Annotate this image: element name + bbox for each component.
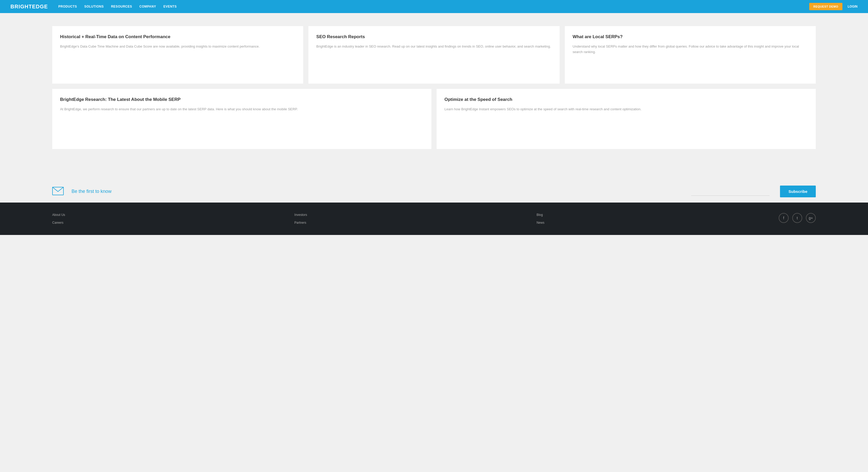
request-demo-button[interactable]: REQUEST DEMO <box>809 3 842 10</box>
facebook-icon[interactable]: f <box>779 213 788 223</box>
nav-events[interactable]: EVENTS <box>163 5 177 8</box>
top-cards-row: Historical + Real-Time Data on Content P… <box>52 26 816 84</box>
footer-col-blog: Blog News <box>537 213 763 225</box>
card-mobile-serp-body: At BrightEdge, we perform research to en… <box>60 107 424 112</box>
subscribe-button[interactable]: Subscribe <box>780 185 816 197</box>
footer-blog[interactable]: Blog <box>537 213 763 217</box>
card-historical-data: Historical + Real-Time Data on Content P… <box>52 26 303 84</box>
bottom-cards-row: BrightEdge Research: The Latest About th… <box>52 89 816 149</box>
card-seo-research-body: BrightEdge is an industry leader in SEO … <box>316 44 552 50</box>
card-optimize-speed: Optimize at the Speed of Search Learn ho… <box>437 89 816 149</box>
footer-news[interactable]: News <box>537 221 763 225</box>
main-content: Historical + Real-Time Data on Content P… <box>0 13 868 180</box>
footer-investors[interactable]: Investors <box>294 213 521 217</box>
googleplus-icon[interactable]: g+ <box>806 213 816 223</box>
login-link[interactable]: LOGIN <box>848 5 858 8</box>
subscribe-text: Be the first to know <box>71 189 112 194</box>
nav-right: REQUEST DEMO LOGIN <box>809 3 858 10</box>
main-nav: PRODUCTS SOLUTIONS RESOURCES COMPANY EVE… <box>58 5 809 8</box>
main-header: BRIGHTEDGE PRODUCTS SOLUTIONS RESOURCES … <box>0 0 868 13</box>
card-optimize-speed-body: Learn how BrightEdge Instant empowers SE… <box>444 107 808 112</box>
footer-careers[interactable]: Careers <box>52 221 279 225</box>
card-local-serps-body: Understand why local SERPs matter and ho… <box>573 44 808 55</box>
nav-company[interactable]: COMPANY <box>140 5 156 8</box>
subscribe-email-input[interactable] <box>691 187 770 196</box>
footer-partners[interactable]: Partners <box>294 221 521 225</box>
nav-solutions[interactable]: SOLUTIONS <box>84 5 104 8</box>
subscribe-section: Be the first to know Subscribe <box>0 180 868 203</box>
nav-products[interactable]: PRODUCTS <box>58 5 77 8</box>
card-optimize-speed-title: Optimize at the Speed of Search <box>444 97 808 102</box>
logo: BRIGHTEDGE <box>10 4 48 10</box>
social-icons-row: f t g+ <box>779 213 816 223</box>
footer: About Us Careers Investors Partners Blog… <box>0 203 868 235</box>
twitter-icon[interactable]: t <box>792 213 802 223</box>
footer-about-us[interactable]: About Us <box>52 213 279 217</box>
footer-col-investors: Investors Partners <box>294 213 521 225</box>
footer-social: f t g+ <box>779 213 816 225</box>
card-mobile-serp: BrightEdge Research: The Latest About th… <box>52 89 431 149</box>
card-seo-research: SEO Research Reports BrightEdge is an in… <box>308 26 559 84</box>
card-local-serps-title: What are Local SERPs? <box>573 34 808 40</box>
email-icon <box>52 187 64 196</box>
card-historical-data-title: Historical + Real-Time Data on Content P… <box>60 34 295 40</box>
card-historical-data-body: BrightEdge's Data Cube Time Machine and … <box>60 44 295 50</box>
nav-resources[interactable]: RESOURCES <box>111 5 132 8</box>
card-local-serps: What are Local SERPs? Understand why loc… <box>565 26 816 84</box>
card-mobile-serp-title: BrightEdge Research: The Latest About th… <box>60 97 424 102</box>
card-seo-research-title: SEO Research Reports <box>316 34 552 40</box>
footer-col-company: About Us Careers <box>52 213 279 225</box>
